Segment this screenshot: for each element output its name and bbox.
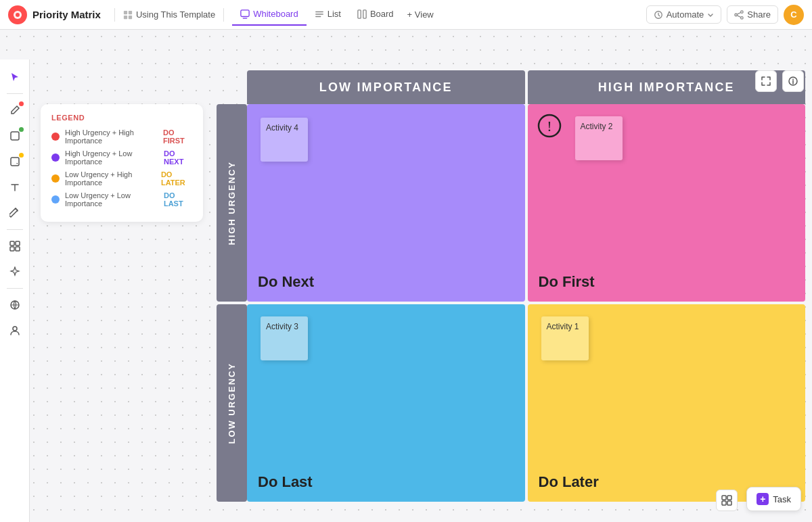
canvas-controls — [755, 70, 804, 92]
cell-do-first[interactable]: ! Activity 2 Do First — [528, 104, 806, 302]
legend-dot-last — [51, 195, 60, 204]
svg-rect-13 — [11, 132, 19, 140]
using-template-button[interactable]: Using This Template — [118, 7, 221, 22]
cell-do-last-label: Do Last — [258, 473, 313, 491]
cell-do-later[interactable]: Activity 1 Do Later — [528, 304, 806, 502]
automate-button[interactable]: Automate — [646, 5, 722, 24]
legend-text-later: Low Urgency + High Importance — [65, 170, 154, 187]
svg-point-20 — [13, 327, 17, 331]
ai-tool[interactable] — [4, 261, 26, 283]
legend-text-last: Low Urgency + Low Importance — [65, 191, 156, 208]
fit-view-button[interactable] — [755, 70, 777, 92]
legend-item-later: Low Urgency + High Importance DO LATER — [51, 170, 192, 187]
svg-rect-16 — [16, 241, 20, 245]
automate-icon — [654, 10, 663, 20]
svg-point-10 — [741, 10, 744, 13]
legend-tag-later: DO LATER — [161, 170, 192, 187]
shape-dot — [19, 127, 24, 132]
note-tool[interactable] — [4, 151, 26, 172]
globe-tool[interactable] — [4, 294, 26, 316]
add-task-button[interactable]: + Task — [746, 487, 801, 511]
alert-icon: ! — [537, 114, 562, 138]
person-tool[interactable] — [4, 320, 26, 341]
legend-panel: LEGEND High Urgency + High Importance DO… — [41, 104, 203, 222]
tab-board[interactable]: Board — [349, 3, 402, 26]
svg-rect-27 — [727, 501, 731, 505]
legend-text-first: High Urgency + High Importance — [65, 128, 156, 145]
list-icon — [315, 9, 324, 19]
cell-do-next-label: Do Next — [258, 273, 314, 291]
svg-text:!: ! — [547, 118, 551, 135]
svg-rect-7 — [358, 9, 361, 18]
shape-tool[interactable] — [4, 125, 26, 147]
legend-item-next: High Urgency + Low Importance DO NEXT — [51, 149, 192, 166]
share-button[interactable]: Share — [727, 5, 778, 24]
whiteboard-icon — [240, 9, 250, 19]
svg-rect-15 — [10, 241, 14, 245]
grid-view-button[interactable] — [716, 490, 738, 511]
svg-rect-5 — [129, 15, 132, 18]
cell-do-next[interactable]: Activity 4 Do Next — [247, 104, 525, 302]
svg-rect-6 — [241, 9, 249, 16]
tab-whiteboard[interactable]: Whiteboard — [232, 3, 306, 26]
svg-rect-26 — [722, 501, 726, 505]
automate-chevron-icon — [707, 11, 714, 18]
row-label-low-urgency: LOW URGENCY — [217, 304, 247, 502]
sidebar-divider-2 — [7, 229, 23, 230]
add-view-button[interactable]: + View — [402, 6, 439, 23]
user-avatar[interactable]: C — [784, 5, 804, 25]
matrix-body: HIGH URGENCY LOW URGENCY Activity 4 Do N… — [217, 104, 805, 502]
note-dot — [19, 153, 24, 158]
svg-rect-14 — [11, 158, 19, 166]
legend-item-first: High Urgency + High Importance DO FIRST — [51, 128, 192, 145]
app-logo — [8, 5, 27, 24]
sidebar-divider-3 — [7, 288, 23, 289]
legend-dot-next — [51, 153, 60, 162]
activity-3-sticky[interactable]: Activity 3 — [261, 316, 308, 360]
matrix-row-top: Activity 4 Do Next ! Activity 2 D — [247, 104, 805, 302]
svg-point-1 — [16, 13, 20, 17]
template-tool[interactable] — [4, 235, 26, 257]
pen-dot — [19, 101, 24, 106]
row-label-high-urgency: HIGH URGENCY — [217, 104, 247, 302]
toolbar-sidebar — [0, 60, 30, 522]
activity-4-sticky[interactable]: Activity 4 — [261, 118, 308, 162]
marker-tool[interactable] — [4, 202, 26, 224]
svg-point-12 — [735, 14, 738, 16]
sidebar-divider-1 — [7, 93, 23, 94]
svg-point-11 — [741, 16, 744, 19]
pen-tool[interactable] — [4, 99, 26, 121]
svg-rect-3 — [129, 10, 132, 14]
legend-dot-first — [51, 133, 60, 141]
matrix-row-labels: HIGH URGENCY LOW URGENCY — [217, 104, 247, 502]
nav-divider-1 — [114, 8, 115, 22]
cell-do-last[interactable]: Activity 3 Do Last — [247, 304, 525, 502]
activity-1-sticky[interactable]: Activity 1 — [541, 316, 589, 360]
info-button[interactable] — [782, 70, 804, 92]
cell-do-first-label: Do First — [539, 273, 595, 291]
text-tool[interactable] — [4, 176, 26, 198]
legend-text-next: High Urgency + Low Importance — [65, 149, 156, 166]
activity-2-sticky[interactable]: Activity 2 — [575, 116, 623, 160]
matrix-cells: Activity 4 Do Next ! Activity 2 D — [247, 104, 805, 502]
legend-item-last: Low Urgency + Low Importance DO LAST — [51, 191, 192, 208]
matrix-row-bottom: Activity 3 Do Last Activity 1 Do Later — [247, 304, 805, 502]
legend-title: LEGEND — [51, 114, 192, 122]
legend-tag-next: DO NEXT — [164, 149, 192, 166]
matrix-header-row: LOW IMPORTANCE HIGH IMPORTANCE — [247, 70, 805, 104]
cell-do-later-label: Do Later — [539, 473, 599, 491]
legend-dot-later — [51, 174, 60, 183]
nav-tabs: Whiteboard List Board + View — [232, 3, 439, 26]
svg-rect-2 — [124, 10, 127, 14]
svg-rect-25 — [727, 496, 731, 500]
header-low-importance: LOW IMPORTANCE — [247, 70, 525, 104]
svg-rect-8 — [363, 9, 366, 18]
nav-divider-2 — [223, 8, 224, 22]
legend-tag-first: DO FIRST — [163, 128, 192, 145]
low-urgency-label: LOW URGENCY — [227, 362, 237, 444]
app-title: Priority Matrix — [32, 9, 101, 20]
cursor-tool[interactable] — [4, 66, 26, 88]
canvas[interactable]: LEGEND High Urgency + High Importance DO… — [0, 30, 812, 522]
board-icon — [357, 9, 367, 19]
tab-list[interactable]: List — [307, 3, 349, 26]
